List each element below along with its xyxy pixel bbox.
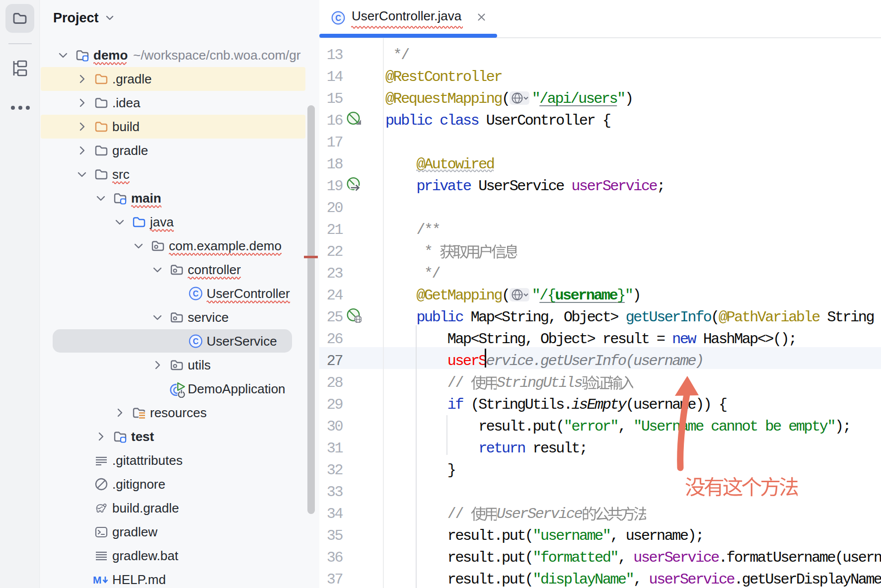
svg-text:C: C bbox=[193, 337, 199, 346]
svg-text:C: C bbox=[335, 14, 341, 22]
svg-text:M: M bbox=[93, 574, 102, 586]
svg-text:C: C bbox=[193, 290, 199, 298]
